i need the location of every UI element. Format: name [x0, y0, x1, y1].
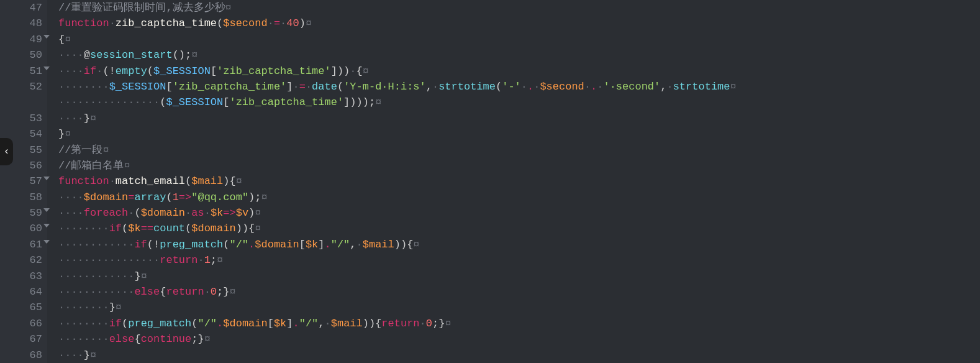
code-line[interactable]: ········else{continue;}¤ [58, 331, 737, 347]
fold-toggle-icon[interactable] [43, 35, 50, 39]
fold-toggle-icon[interactable] [43, 208, 50, 212]
line-number[interactable]: 51 [0, 63, 42, 79]
line-number[interactable]: 62 [0, 252, 42, 268]
code-line[interactable]: //重置验证码限制时间,减去多少秒¤ [58, 0, 737, 16]
line-number[interactable]: 68 [0, 347, 42, 363]
fold-toggle-icon[interactable] [43, 240, 50, 244]
code-line[interactable]: ················return·1;¤ [58, 252, 737, 268]
line-number[interactable]: 63 [0, 269, 42, 284]
line-number[interactable]: 47 [0, 0, 42, 16]
line-number[interactable]: 64 [0, 284, 42, 300]
code-line[interactable]: ····$domain=array(1=>"@qq.com");¤ [58, 190, 737, 205]
fold-toggle-icon[interactable] [43, 177, 50, 180]
line-number[interactable]: 67 [0, 331, 42, 347]
line-number[interactable]: 53 [0, 111, 42, 126]
code-line[interactable]: ············}¤ [58, 269, 737, 284]
code-line[interactable]: //第一段¤ [58, 142, 737, 158]
code-line[interactable]: }¤ [58, 126, 737, 142]
line-number[interactable]: 52 [0, 79, 42, 94]
code-line[interactable]: ····foreach·($domain·as·$k=>$v)¤ [58, 205, 737, 221]
code-line[interactable]: ····}¤ [58, 111, 737, 126]
code-line[interactable]: function·match_email($mail){¤ [58, 173, 737, 189]
code-editor: ‹ 47484950515253545556575859606162636465… [0, 0, 980, 363]
code-line[interactable]: function·zib_captcha_time($second·=·40)¤ [58, 16, 737, 31]
line-number[interactable]: 58 [0, 190, 42, 205]
collapse-sidebar-handle[interactable]: ‹ [0, 138, 13, 165]
code-line[interactable]: ············else{return·0;}¤ [58, 284, 737, 300]
code-line[interactable]: ········if(preg_match("/".$domain[$k]."/… [58, 316, 737, 331]
line-number-gutter[interactable]: 4748495051525354555657585960616263646566… [0, 0, 47, 363]
code-line[interactable]: ········if($k==count($domain)){¤ [58, 221, 737, 236]
line-number[interactable]: 49 [0, 32, 42, 47]
code-line[interactable]: ················($_SESSION['zib_captcha_… [58, 94, 737, 110]
chevron-left-icon: ‹ [3, 144, 9, 159]
fold-toggle-icon[interactable] [43, 67, 50, 70]
code-line[interactable]: ····@session_start();¤ [58, 47, 737, 63]
line-number[interactable]: 61 [0, 237, 42, 252]
line-number[interactable]: 59 [0, 205, 42, 221]
code-line[interactable]: ····}¤ [58, 347, 737, 363]
line-number-continuation [0, 94, 42, 110]
code-area[interactable]: //重置验证码限制时间,减去多少秒¤function·zib_captcha_t… [47, 0, 737, 363]
line-number[interactable]: 57 [0, 173, 42, 189]
fold-toggle-icon[interactable] [43, 224, 50, 227]
line-number[interactable]: 48 [0, 16, 42, 31]
code-line[interactable]: ········$_SESSION['zib_captcha_time']·=·… [58, 79, 737, 94]
code-line[interactable]: ····if·(!empty($_SESSION['zib_captcha_ti… [58, 63, 737, 79]
code-line[interactable]: ········}¤ [58, 300, 737, 315]
code-line[interactable]: {¤ [58, 32, 737, 47]
line-number[interactable]: 60 [0, 221, 42, 236]
line-number[interactable]: 65 [0, 300, 42, 315]
code-line[interactable]: ············if(!preg_match("/".$domain[$… [58, 237, 737, 252]
code-line[interactable]: //邮箱白名单¤ [58, 158, 737, 173]
line-number[interactable]: 50 [0, 47, 42, 63]
line-number[interactable]: 66 [0, 316, 42, 331]
